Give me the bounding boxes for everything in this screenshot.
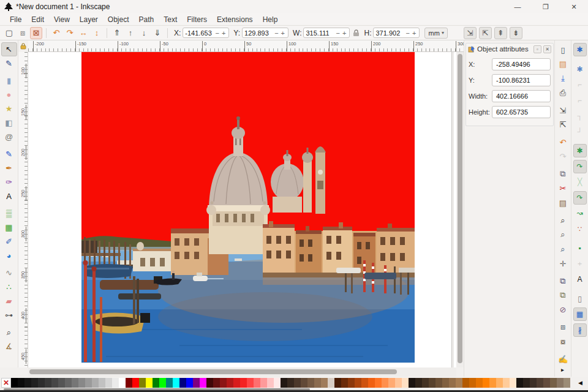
zoom-selection-icon[interactable]: ⌕ <box>556 214 570 227</box>
palette-swatch[interactable] <box>483 378 489 388</box>
snap-nodes-icon[interactable]: ✱ <box>573 144 587 157</box>
palette-swatch[interactable] <box>382 378 388 388</box>
palette-swatch[interactable] <box>409 378 415 388</box>
palette-swatch[interactable] <box>395 378 402 388</box>
cut-icon[interactable]: ✂ <box>556 182 570 195</box>
measure-tool[interactable]: ∡ <box>1 339 17 353</box>
palette-swatch[interactable] <box>287 378 294 388</box>
snap-rotation-center-icon[interactable]: ＋ <box>573 257 587 271</box>
rotate-ccw-icon[interactable]: ↶ <box>50 27 62 39</box>
palette-swatch[interactable] <box>321 378 328 388</box>
palette-swatch[interactable] <box>105 378 112 388</box>
snap-text-baseline-icon[interactable]: A <box>573 273 587 286</box>
transform-stroke-toggle[interactable]: ⇲ <box>464 27 477 39</box>
tweak-tool[interactable]: ∿ <box>1 266 17 280</box>
palette-swatch[interactable] <box>429 378 435 388</box>
palette-swatch[interactable] <box>530 378 537 388</box>
palette-swatch[interactable] <box>85 378 92 388</box>
snap-bbox-corner-icon[interactable]: ⌐ <box>573 94 587 107</box>
zoom-tool[interactable]: ⌕ <box>1 325 17 339</box>
palette-swatch[interactable] <box>193 378 200 388</box>
palette-swatch[interactable] <box>146 378 153 388</box>
palette-swatch[interactable] <box>72 378 78 388</box>
undo-icon[interactable]: ↶ <box>556 135 570 149</box>
close-button[interactable]: ✕ <box>560 0 588 13</box>
attr-y-input[interactable]: -100.86231 <box>492 74 551 86</box>
palette-swatch[interactable] <box>78 378 85 388</box>
snap-bbox-icon[interactable]: ✱ <box>573 62 587 76</box>
palette-swatch[interactable] <box>402 378 409 388</box>
palette-swatch[interactable] <box>267 378 274 388</box>
selector-tool[interactable]: ↖ <box>1 42 17 56</box>
palette-swatch[interactable] <box>126 378 132 388</box>
lower-step-icon[interactable]: ↓ <box>138 27 150 39</box>
node-tool[interactable]: ✎ <box>1 56 17 70</box>
attr-width-input[interactable]: 402.16666 <box>492 90 551 102</box>
palette-swatch[interactable] <box>254 378 260 388</box>
palette-swatch[interactable] <box>523 378 530 388</box>
palette-swatch[interactable] <box>503 378 510 388</box>
snap-global-icon[interactable]: ✱ <box>573 43 587 56</box>
palette-swatch[interactable] <box>139 378 146 388</box>
snap-page-border-icon[interactable]: ▯ <box>573 292 587 306</box>
palette-swatch[interactable] <box>173 378 179 388</box>
palette-swatch[interactable] <box>179 378 186 388</box>
flip-vertical-icon[interactable]: ↕ <box>91 27 103 39</box>
snap-path-intersection-icon[interactable]: ╳ <box>573 175 587 189</box>
palette-swatch[interactable] <box>462 378 469 388</box>
palette-swatch[interactable] <box>415 378 422 388</box>
box3d-tool[interactable]: ◧ <box>1 116 17 130</box>
palette-swatch[interactable] <box>11 378 18 388</box>
flip-horizontal-icon[interactable]: ↔ <box>77 27 89 39</box>
palette-swatch[interactable] <box>388 378 395 388</box>
transform-pattern-toggle[interactable]: ⇟ <box>510 27 522 39</box>
palette-swatch[interactable] <box>65 378 72 388</box>
pen-tool[interactable]: ✒ <box>1 161 17 175</box>
horizontal-ruler[interactable]: -200-150-100-50050100150200250300 <box>28 40 464 52</box>
no-color-swatch[interactable]: ✕ <box>1 378 11 388</box>
panel-close-button[interactable]: ✕ <box>543 45 551 53</box>
palette-swatch[interactable] <box>119 378 126 388</box>
attr-x-input[interactable]: -258.49496 <box>492 58 551 70</box>
palette-swatch[interactable] <box>422 378 429 388</box>
ungroup-icon[interactable]: ⧇ <box>556 335 570 349</box>
palette-swatch[interactable] <box>24 378 31 388</box>
menu-object[interactable]: Object <box>103 14 134 25</box>
y-input[interactable]: 129.893 − + <box>242 28 288 38</box>
unlink-clone-icon[interactable]: ⊘ <box>556 303 570 317</box>
lock-guides-icon[interactable] <box>20 43 26 50</box>
vertical-scrollbar-thumb[interactable] <box>458 54 462 363</box>
palette-swatch[interactable] <box>301 378 307 388</box>
import-icon[interactable]: ⇲ <box>556 104 570 117</box>
palette-swatch[interactable] <box>543 378 550 388</box>
w-plus-button[interactable]: + <box>341 29 347 37</box>
palette-swatch[interactable] <box>307 378 314 388</box>
snap-cusp-node-icon[interactable]: ↷ <box>573 191 587 205</box>
palette-scroll-left-button[interactable]: ◀ <box>578 380 582 386</box>
palette-swatch[interactable] <box>281 378 287 388</box>
venice-image[interactable] <box>81 52 415 363</box>
palette-swatch[interactable] <box>516 378 523 388</box>
snap-midpoint-icon[interactable]: ∵ <box>573 222 587 236</box>
connector-tool[interactable]: ⊶ <box>1 308 17 322</box>
y-minus-button[interactable]: − <box>273 29 279 37</box>
h-plus-button[interactable]: + <box>411 29 417 37</box>
open-document-icon[interactable]: ▤ <box>556 58 570 71</box>
palette-swatch[interactable] <box>368 378 375 388</box>
palette-swatch[interactable] <box>489 378 496 388</box>
menu-filters[interactable]: Filters <box>182 14 212 25</box>
palette-swatch[interactable] <box>153 378 159 388</box>
palette-swatch[interactable] <box>206 378 213 388</box>
palette-swatch[interactable] <box>159 378 166 388</box>
raise-to-top-icon[interactable]: ⇑ <box>111 27 123 39</box>
w-input[interactable]: 315.111 − + <box>303 28 350 38</box>
palette-swatch[interactable] <box>449 378 456 388</box>
maximize-button[interactable]: ❐ <box>532 0 560 13</box>
palette-swatch[interactable] <box>442 378 449 388</box>
snap-guide-icon[interactable]: ∦ <box>573 323 587 337</box>
snap-bbox-edge-icon[interactable]: ⌐ <box>573 78 587 91</box>
text-tool[interactable]: A <box>1 189 17 203</box>
palette-swatch[interactable] <box>227 378 233 388</box>
palette-swatch[interactable] <box>557 378 564 388</box>
xml-editor-icon[interactable]: ✍ <box>556 352 570 366</box>
